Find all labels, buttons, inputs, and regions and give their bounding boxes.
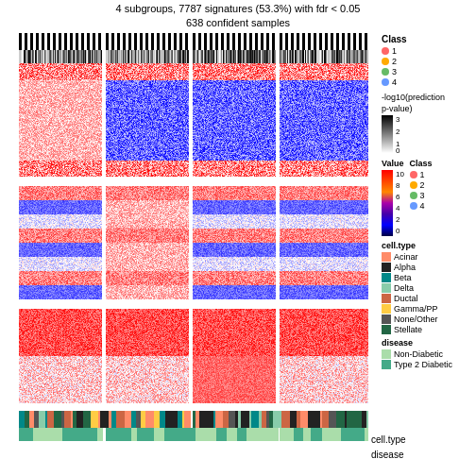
delta-legend: Delta xyxy=(382,283,474,293)
class1-swatch2 xyxy=(410,171,417,178)
alpha-swatch xyxy=(382,263,391,272)
prediction-gradient xyxy=(382,115,393,153)
prediction-legend-title2: p-value) xyxy=(382,104,413,113)
class-legend-title: Class xyxy=(382,34,407,44)
class4-swatch xyxy=(382,78,389,86)
disease-legend-title: disease xyxy=(382,338,474,348)
value-legend-title: Value xyxy=(382,159,404,168)
beta-legend: Beta xyxy=(382,273,474,282)
class1-label: 1 xyxy=(392,46,397,56)
gammapp-label: Gamma/PP xyxy=(394,304,438,314)
heatmap-area: 1 2 3 xyxy=(19,33,368,449)
class4-row: 4 xyxy=(382,77,474,87)
acinar-swatch xyxy=(382,252,391,262)
celltype-bar-label: cell.type xyxy=(371,434,406,445)
class1-row: 1 xyxy=(382,46,474,56)
acinar-label: Acinar xyxy=(394,252,418,262)
main-container: 4 subgroups, 7787 signatures (53.3%) wit… xyxy=(0,0,476,476)
gammapp-legend: Gamma/PP xyxy=(382,304,474,314)
title-area: 4 subgroups, 7787 signatures (53.3%) wit… xyxy=(9,2,467,30)
noneother-label: None/Other xyxy=(394,314,438,324)
stellate-label: Stellate xyxy=(394,325,422,334)
ductal-swatch xyxy=(382,294,391,303)
noneother-legend: None/Other xyxy=(382,314,474,324)
celltype-legend-title: cell.type xyxy=(382,241,474,250)
title-line1: 4 subgroups, 7787 signatures (53.3%) wit… xyxy=(9,2,467,16)
value-gradient xyxy=(382,170,393,236)
alpha-legend: Alpha xyxy=(382,263,474,272)
acinar-legend: Acinar xyxy=(382,252,474,262)
title-line2: 638 confident samples xyxy=(9,16,467,30)
alpha-label: Alpha xyxy=(394,263,416,272)
celltype-annotation-bar xyxy=(19,411,368,428)
class3-label: 3 xyxy=(392,67,397,76)
group1-heatmap: 1 xyxy=(19,63,368,177)
type2diabetic-legend: Type 2 Diabetic xyxy=(382,360,474,369)
nondiabetic-legend: Non-Diabetic xyxy=(382,349,474,359)
group3-heatmap: 3 xyxy=(19,309,368,403)
prediction-legend-title: -log10(prediction xyxy=(382,93,445,102)
class3-row2: 3 xyxy=(410,191,433,200)
delta-label: Delta xyxy=(394,283,414,293)
gammapp-swatch xyxy=(382,304,391,314)
legend-area: Class 1 2 3 4 -log10(prediction p-value)… xyxy=(382,33,474,370)
disease-bar-label: disease xyxy=(371,450,403,460)
stellate-legend: Stellate xyxy=(382,325,474,334)
class2-row: 2 xyxy=(382,57,474,66)
class2-swatch2 xyxy=(410,181,417,189)
class4-label: 4 xyxy=(392,77,397,87)
class-label2: Class xyxy=(410,159,433,168)
class1-row2: 1 xyxy=(410,170,433,179)
class3-row: 3 xyxy=(382,67,474,76)
prediction-bar xyxy=(19,50,368,63)
class3-swatch xyxy=(382,68,389,76)
noneother-swatch xyxy=(382,314,391,324)
class3-swatch2 xyxy=(410,192,417,199)
nondiabetic-label: Non-Diabetic xyxy=(394,349,443,359)
disease-annotation-bar xyxy=(19,428,368,441)
type2diabetic-swatch xyxy=(382,360,391,369)
type2diabetic-label: Type 2 Diabetic xyxy=(394,360,452,369)
nondiabetic-swatch xyxy=(382,349,391,359)
delta-swatch xyxy=(382,283,391,293)
class2-label: 2 xyxy=(392,57,397,66)
class4-row2: 4 xyxy=(410,201,433,211)
stellate-swatch xyxy=(382,325,391,334)
class-bar xyxy=(19,33,368,50)
beta-swatch xyxy=(382,273,391,282)
class2-swatch xyxy=(382,58,389,65)
class1-swatch xyxy=(382,47,389,55)
group2-heatmap: 2 xyxy=(19,186,368,299)
ductal-label: Ductal xyxy=(394,294,418,303)
beta-label: Beta xyxy=(394,273,412,282)
ductal-legend: Ductal xyxy=(382,294,474,303)
class4-swatch2 xyxy=(410,202,417,210)
class2-row2: 2 xyxy=(410,180,433,190)
